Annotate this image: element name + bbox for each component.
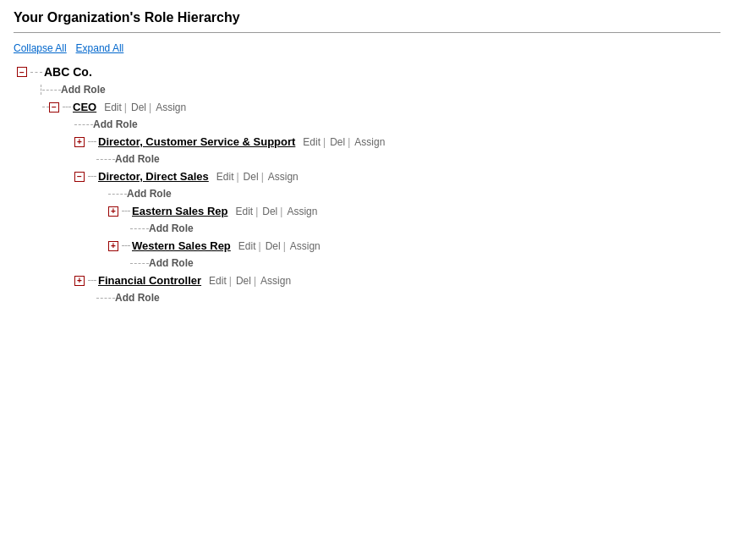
page-title: Your Organization's Role Hierarchy — [14, 10, 720, 33]
h-line-add-fin — [96, 298, 115, 299]
east-sales-edit[interactable]: Edit — [235, 206, 253, 217]
fin-ctrl-actions: Edit | Del | Assign — [206, 275, 292, 287]
tree-row-west-sales: Western Sales Rep Edit | Del | Assign — [108, 237, 720, 255]
ceo-del[interactable]: Del — [131, 102, 146, 113]
h-line-add-west — [130, 263, 149, 264]
role-hierarchy-tree: ABC Co. Add Role CEO Edit | Del | Assign — [17, 63, 720, 306]
dir-css-assign[interactable]: Assign — [354, 136, 385, 148]
toggle-dir-ds[interactable] — [74, 172, 85, 182]
east-sales-assign[interactable]: Assign — [287, 206, 317, 217]
toggle-west-sales[interactable] — [108, 241, 118, 251]
role-name-root: ABC Co. — [44, 65, 92, 79]
h-line-dir-ds — [88, 176, 96, 177]
west-sales-assign[interactable]: Assign — [290, 240, 320, 252]
fin-ctrl-edit[interactable]: Edit — [209, 275, 227, 287]
collapse-all-link[interactable]: Collapse All — [14, 42, 67, 54]
dir-css-del[interactable]: Del — [330, 136, 345, 148]
toggle-ceo[interactable] — [49, 102, 59, 113]
tree-row-ceo: CEO Edit | Del | Assign — [41, 98, 720, 116]
h-line-fin-ctrl — [88, 280, 96, 281]
fin-ctrl-assign[interactable]: Assign — [260, 275, 291, 287]
add-role-east-sales[interactable]: Add Role — [149, 222, 194, 234]
toggle-east-sales[interactable] — [108, 206, 118, 217]
east-sales-actions: Edit | Del | Assign — [233, 206, 318, 217]
h-line-add-dir-ds — [108, 194, 127, 195]
h-line-west-sales — [122, 245, 130, 246]
h-line-add-root — [42, 90, 61, 91]
h-line-ceo2 — [63, 107, 71, 107]
tree-row-root: ABC Co. — [17, 63, 720, 81]
add-role-west-sales-row: Add Role — [130, 255, 720, 272]
east-sales-del[interactable]: Del — [262, 206, 277, 217]
west-sales-del[interactable]: Del — [266, 240, 281, 252]
toggle-root[interactable] — [17, 67, 27, 77]
role-name-east-sales: Eastern Sales Rep — [132, 205, 227, 217]
h-line-east-sales — [122, 211, 130, 211]
dir-ds-actions: Edit | Del | Assign — [214, 171, 299, 183]
dir-css-edit[interactable]: Edit — [303, 136, 320, 148]
role-name-west-sales: Western Sales Rep — [132, 239, 231, 252]
h-line-dir-css — [88, 141, 96, 142]
ceo-assign[interactable]: Assign — [156, 102, 186, 113]
toggle-fin-ctrl[interactable] — [74, 276, 85, 286]
add-role-ceo[interactable]: Add Role — [93, 118, 138, 130]
add-role-root[interactable]: Add Role — [61, 84, 106, 96]
add-role-west-sales[interactable]: Add Role — [149, 257, 194, 269]
fin-ctrl-del[interactable]: Del — [236, 275, 251, 287]
add-role-dir-ds[interactable]: Add Role — [127, 188, 172, 200]
dir-css-actions: Edit | Del | Assign — [300, 136, 386, 148]
role-name-ceo: CEO — [73, 101, 96, 113]
add-role-dir-css-row: Add Role — [96, 151, 720, 167]
page-wrapper: Your Organization's Role Hierarchy Colla… — [0, 0, 734, 316]
tree-controls: Collapse All Expand All — [14, 41, 720, 54]
tree-row-east-sales: Eastern Sales Rep Edit | Del | Assign — [108, 202, 720, 220]
add-role-dir-ds-row: Add Role — [108, 185, 720, 202]
h-line-root — [30, 72, 42, 73]
dir-ds-assign[interactable]: Assign — [268, 171, 299, 183]
h-line-add-east — [130, 228, 149, 229]
role-name-dir-ds: Director, Direct Sales — [98, 170, 209, 183]
ceo-edit[interactable]: Edit — [104, 102, 122, 113]
ceo-actions: Edit | Del | Assign — [101, 102, 187, 113]
role-name-fin-ctrl: Financial Controller — [98, 274, 201, 287]
add-role-dir-css[interactable]: Add Role — [115, 153, 160, 165]
west-sales-actions: Edit | Del | Assign — [236, 240, 321, 252]
h-line-add-dir-css — [96, 159, 115, 160]
h-line-add-ceo — [74, 124, 93, 125]
h-line-ceo — [42, 107, 49, 107]
add-role-east-sales-row: Add Role — [130, 220, 720, 237]
dir-ds-del[interactable]: Del — [244, 171, 259, 183]
dir-ds-edit[interactable]: Edit — [216, 171, 234, 183]
role-name-dir-css: Director, Customer Service & Support — [98, 135, 295, 148]
add-role-root-row: Add Role — [41, 81, 720, 98]
add-role-ceo-row: Add Role — [74, 116, 720, 133]
tree-row-dir-css: Director, Customer Service & Support Edi… — [74, 133, 720, 151]
tree-row-dir-ds: Director, Direct Sales Edit | Del | Assi… — [74, 167, 720, 185]
expand-all-link[interactable]: Expand All — [76, 42, 124, 54]
west-sales-edit[interactable]: Edit — [238, 240, 256, 252]
add-role-fin-ctrl[interactable]: Add Role — [115, 292, 160, 304]
tree-row-fin-ctrl: Financial Controller Edit | Del | Assign — [74, 272, 720, 289]
toggle-dir-css[interactable] — [74, 137, 85, 147]
add-role-fin-ctrl-row: Add Role — [96, 289, 720, 306]
